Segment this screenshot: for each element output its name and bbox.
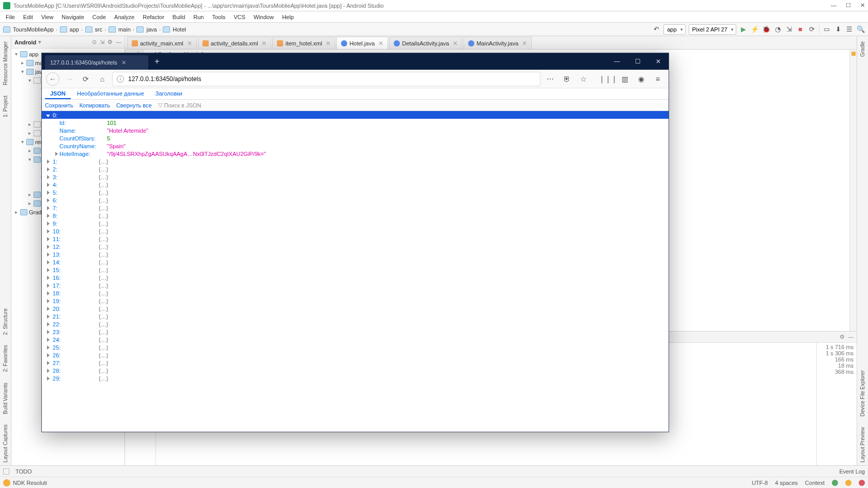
editor-tab[interactable]: activity_main.xml✕ xyxy=(127,37,197,49)
json-row-collapsed[interactable]: 6:{…} xyxy=(42,196,669,204)
menu-item[interactable]: Build xyxy=(169,13,189,21)
json-kv-row[interactable]: Id:101 xyxy=(42,119,669,127)
json-row-collapsed[interactable]: 4:{…} xyxy=(42,181,669,188)
viewer-subtab[interactable]: Заголовки xyxy=(150,89,188,99)
json-row-collapsed[interactable]: 17:{…} xyxy=(42,281,669,289)
copy-link[interactable]: Копировать xyxy=(80,102,110,108)
json-filter-input[interactable]: ▽ Поиск в JSON xyxy=(158,102,202,108)
close-tab-icon[interactable]: ✕ xyxy=(378,40,383,47)
apply-changes-icon[interactable]: ⚡ xyxy=(751,25,759,34)
editor-tabs[interactable]: activity_main.xml✕activity_details.xml✕i… xyxy=(125,36,857,50)
hide-icon[interactable]: — xyxy=(116,39,121,45)
maximize-icon[interactable]: ☐ xyxy=(627,53,648,70)
json-row-collapsed[interactable]: 7:{…} xyxy=(42,204,669,212)
breadcrumb-item[interactable]: app xyxy=(70,26,79,33)
collapse-all-link[interactable]: Свернуть все xyxy=(116,102,152,108)
device-combo[interactable]: Pixel 2 API 27 xyxy=(689,24,737,35)
sync-icon[interactable]: ⟳ xyxy=(808,25,816,34)
json-kv-row[interactable]: CountOfStars:5 xyxy=(42,134,669,142)
indent-label[interactable]: 4 spaces xyxy=(775,480,798,486)
json-kv-row[interactable]: Name:"Hotel Artemide" xyxy=(42,127,669,134)
avd-icon[interactable]: ▭ xyxy=(823,25,831,34)
json-row-collapsed[interactable]: 18:{…} xyxy=(42,289,669,297)
vtab-resource-manager[interactable]: Resource Manager xyxy=(3,38,8,88)
editor-tab[interactable]: item_hotel.xml✕ xyxy=(272,37,335,49)
json-row-collapsed[interactable]: 28:{…} xyxy=(42,367,669,374)
vtab-layout-preview[interactable]: Layout Preview xyxy=(860,424,865,465)
editor-tab[interactable]: Hotel.java✕ xyxy=(336,37,388,49)
minimize-icon[interactable]: — xyxy=(607,53,627,70)
json-row-collapsed[interactable]: 2:{…} xyxy=(42,165,669,173)
site-info-icon[interactable]: i xyxy=(117,75,124,83)
menu-item[interactable]: Navigate xyxy=(58,13,87,21)
account-icon[interactable]: ◉ xyxy=(634,72,648,86)
json-row-collapsed[interactable]: 8:{…} xyxy=(42,212,669,219)
vtab-device-explorer[interactable]: Device File Explorer xyxy=(860,367,865,419)
more-actions-icon[interactable]: ⋯ xyxy=(544,72,557,86)
menu-item[interactable]: Refactor xyxy=(139,13,168,21)
expand-arrow-icon[interactable]: ▸ xyxy=(27,130,32,136)
json-row-collapsed[interactable]: 5:{…} xyxy=(42,188,669,196)
close-tab-icon[interactable]: ✕ xyxy=(522,40,527,47)
menu-item[interactable]: Analyze xyxy=(111,13,138,21)
vtab-gradle[interactable]: Gradle xyxy=(860,38,865,60)
sdk-icon[interactable]: ⬇ xyxy=(834,25,842,34)
json-row-collapsed[interactable]: 26:{…} xyxy=(42,351,669,359)
menu-item[interactable]: Code xyxy=(89,13,110,21)
event-log-tab[interactable]: Event Log xyxy=(839,468,865,475)
expand-arrow-icon[interactable]: ▾ xyxy=(27,156,32,162)
menu-item[interactable]: Run xyxy=(190,13,207,21)
ide-menubar[interactable]: FileEditViewNavigateCodeAnalyzeRefactorB… xyxy=(0,11,868,23)
expand-arrow-icon[interactable]: ▸ xyxy=(27,121,32,127)
json-row-expanded[interactable]: 0: xyxy=(42,111,669,119)
menu-item[interactable]: Help xyxy=(278,13,298,21)
menu-item[interactable]: Tools xyxy=(208,13,229,21)
json-row-collapsed[interactable]: 19:{…} xyxy=(42,297,669,305)
close-tab-icon[interactable]: ✕ xyxy=(453,40,458,47)
encoding-label[interactable]: UTF-8 xyxy=(752,480,768,486)
forward-button[interactable]: → xyxy=(63,72,76,86)
run-icon[interactable]: ▶ xyxy=(739,25,748,34)
profiler-icon[interactable]: ◔ xyxy=(773,25,782,34)
menu-item[interactable]: File xyxy=(2,13,19,21)
expand-arrow-icon[interactable]: ▸ xyxy=(27,148,32,153)
tool-window-icon[interactable] xyxy=(3,468,9,475)
json-kv-row[interactable]: HotelImage:"/9j/4SLSRXhpZgAASUkqAAgA…Nx0… xyxy=(42,150,669,158)
json-row-collapsed[interactable]: 24:{…} xyxy=(42,336,669,343)
maximize-icon[interactable]: ☐ xyxy=(846,2,851,9)
back-button[interactable]: ← xyxy=(46,72,59,86)
json-row-collapsed[interactable]: 11:{…} xyxy=(42,235,669,243)
expand-arrow-icon[interactable]: ▸ xyxy=(13,209,19,215)
breadcrumb-item[interactable]: ToursMoblieApp xyxy=(13,26,54,33)
json-row-collapsed[interactable]: 10:{…} xyxy=(42,227,669,235)
gear-icon[interactable]: ⚙ xyxy=(107,39,113,45)
search-icon[interactable]: 🔍 xyxy=(857,25,865,34)
vtab-build-variants[interactable]: Build Variants xyxy=(3,380,8,417)
home-button[interactable]: ⌂ xyxy=(96,72,109,86)
hide-icon[interactable]: — xyxy=(848,334,854,340)
debug-icon[interactable]: 🐞 xyxy=(762,25,770,34)
json-viewer[interactable]: 0:Id:101Name:"Hotel Artemide"CountOfStar… xyxy=(42,111,669,432)
json-row-collapsed[interactable]: 9:{…} xyxy=(42,219,669,227)
back-icon[interactable]: ↶ xyxy=(652,25,660,34)
expand-arrow-icon[interactable]: ▾ xyxy=(20,69,25,74)
reload-button[interactable]: ⟳ xyxy=(79,72,92,86)
context-label[interactable]: Context xyxy=(805,480,825,486)
close-icon[interactable]: ✕ xyxy=(648,53,669,70)
expand-arrow-icon[interactable]: ▾ xyxy=(27,77,32,83)
json-row-collapsed[interactable]: 27:{…} xyxy=(42,359,669,367)
json-row-collapsed[interactable]: 20:{…} xyxy=(42,305,669,312)
json-row-collapsed[interactable]: 15:{…} xyxy=(42,266,669,274)
expand-arrow-icon[interactable]: ▾ xyxy=(20,139,25,145)
close-tab-icon[interactable]: ✕ xyxy=(187,40,192,47)
gear-icon[interactable]: ⚙ xyxy=(840,334,845,340)
json-row-collapsed[interactable]: 16:{…} xyxy=(42,274,669,281)
json-row-collapsed[interactable]: 29:{…} xyxy=(42,374,669,382)
menu-item[interactable]: View xyxy=(38,13,57,21)
browser-tab[interactable]: 127.0.0.1:63450/api/hotels ✕ xyxy=(45,55,148,70)
library-icon[interactable]: ❘❘❘ xyxy=(601,72,615,86)
editor-tab[interactable]: DetailsActivity.java✕ xyxy=(389,37,462,49)
new-tab-button[interactable]: + xyxy=(150,55,164,68)
project-mode-label[interactable]: Android xyxy=(14,39,36,45)
viewer-subtab[interactable]: JSON xyxy=(45,89,71,99)
